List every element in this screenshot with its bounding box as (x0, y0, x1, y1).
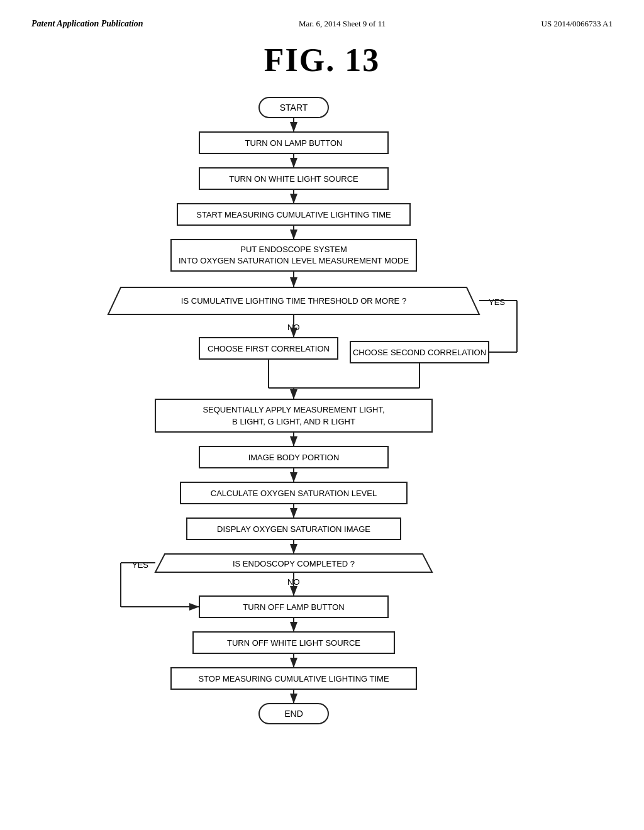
n3-label: START MEASURING CUMULATIVE LIGHTING TIME (196, 210, 391, 219)
n11-label: TURN OFF LAMP BUTTON (243, 602, 344, 612)
svg-rect-22 (155, 399, 432, 432)
end-label: END (284, 709, 303, 719)
n4-label1: PUT ENDOSCOPE SYSTEM (240, 245, 347, 254)
n6-label: CHOOSE SECOND CORRELATION (353, 348, 486, 357)
n8-label: IMAGE BODY PORTION (248, 453, 340, 462)
n7-label1: SEQUENTIALLY APPLY MEASUREMENT LIGHT, (203, 405, 384, 414)
n7-label2: B LIGHT, G LIGHT, AND R LIGHT (232, 417, 355, 426)
header-left: Patent Application Publication (31, 19, 143, 29)
n4-label2: INTO OXYGEN SATURATION LEVEL MEASUREMENT… (179, 256, 409, 265)
d1-yes-label: YES (489, 297, 505, 307)
start-label: START (280, 102, 308, 113)
n10-label: DISPLAY OXYGEN SATURATION IMAGE (217, 524, 370, 534)
flowchart-diagram: START TURN ON LAMP BUTTON TURN ON WHITE … (39, 91, 605, 783)
header: Patent Application Publication Mar. 6, 2… (31, 19, 613, 29)
n5-label: CHOOSE FIRST CORRELATION (208, 344, 330, 353)
page: Patent Application Publication Mar. 6, 2… (0, 0, 644, 830)
n12-label: TURN OFF WHITE LIGHT SOURCE (227, 638, 360, 648)
d1-label: IS CUMULATIVE LIGHTING TIME THRESHOLD OR… (181, 296, 406, 306)
n2-label: TURN ON WHITE LIGHT SOURCE (229, 174, 358, 184)
n9-label: CALCULATE OXYGEN SATURATION LEVEL (211, 489, 377, 498)
figure-title: FIG. 13 (31, 42, 613, 79)
n1-label: TURN ON LAMP BUTTON (245, 138, 343, 148)
d2-label: IS ENDOSCOPY COMPLETED ? (233, 559, 355, 568)
n13-label: STOP MEASURING CUMULATIVE LIGHTING TIME (198, 674, 389, 683)
d2-yes-label: YES (132, 560, 148, 570)
header-center: Mar. 6, 2014 Sheet 9 of 11 (299, 19, 386, 29)
header-right: US 2014/0066733 A1 (541, 19, 613, 29)
